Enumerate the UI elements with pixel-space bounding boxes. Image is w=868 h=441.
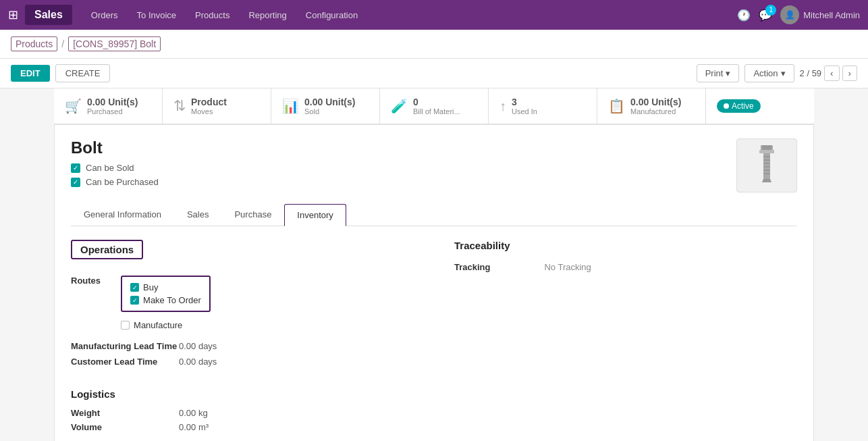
breadcrumb-parent[interactable]: Products bbox=[11, 36, 57, 51]
customer-lead-time-row: Customer Lead Time 0.00 days bbox=[71, 357, 414, 367]
checkmark-icon2: ✓ bbox=[73, 178, 78, 186]
messages-icon[interactable]: 💬 1 bbox=[759, 9, 772, 22]
buy-checkbox[interactable]: ✓ bbox=[130, 283, 139, 292]
route-manufacture: Manufacture bbox=[121, 320, 211, 330]
checkmark-icon: ✓ bbox=[73, 164, 78, 172]
active-badge: Active bbox=[717, 99, 761, 113]
sold-icon: 📊 bbox=[282, 98, 299, 114]
volume-row: Volume 0.00 m³ bbox=[71, 422, 414, 432]
stat-purchased[interactable]: 🛒 0.00 Unit(s) Purchased bbox=[54, 88, 163, 124]
route-make-to-order-label: Make To Order bbox=[143, 295, 201, 305]
stat-product-moves-value: Product bbox=[191, 97, 227, 107]
stat-bom[interactable]: 🧪 0 Bill of Materi... bbox=[380, 88, 489, 124]
stat-used-in-label: Used In bbox=[512, 107, 537, 115]
grid-icon[interactable]: ⊞ bbox=[8, 7, 18, 22]
print-button[interactable]: Print ▾ bbox=[697, 64, 740, 82]
action-button[interactable]: Action ▾ bbox=[744, 64, 794, 82]
nav-to-invoice[interactable]: To Invoice bbox=[129, 6, 185, 24]
user-menu[interactable]: 👤 Mitchell Admin bbox=[780, 5, 860, 24]
volume-label: Volume bbox=[71, 422, 179, 432]
customer-lead-time-label: Customer Lead Time bbox=[71, 357, 179, 367]
message-badge: 1 bbox=[765, 5, 776, 16]
product-header: Bolt ✓ Can be Sold ✓ Can be Purchased bbox=[71, 138, 797, 192]
active-dot bbox=[724, 103, 729, 109]
lead-times: Manufacturing Lead Time 0.00 days Custom… bbox=[71, 341, 414, 367]
stat-purchased-value: 0.00 Unit(s) bbox=[87, 97, 138, 107]
routes-label-col: Routes bbox=[71, 276, 101, 330]
routes-col: ✓ Buy ✓ Make To Order Man bbox=[121, 276, 211, 330]
topbar-right: 🕐 💬 1 👤 Mitchell Admin bbox=[737, 5, 860, 24]
topbar: ⊞ Sales Orders To Invoice Products Repor… bbox=[0, 0, 868, 30]
tab-general-information[interactable]: General Information bbox=[71, 203, 174, 226]
nav-products[interactable]: Products bbox=[187, 6, 238, 24]
tracking-label: Tracking bbox=[454, 262, 490, 272]
mfg-lead-time-label: Manufacturing Lead Time bbox=[71, 341, 179, 351]
stat-product-moves[interactable]: ⇅ Product Moves bbox=[163, 88, 271, 124]
stat-manufactured-value: 0.00 Unit(s) bbox=[630, 97, 681, 107]
mfg-lead-time-value: 0.00 days bbox=[179, 341, 217, 351]
buy-check-icon: ✓ bbox=[132, 284, 138, 291]
user-name: Mitchell Admin bbox=[803, 10, 860, 20]
cart-icon: 🛒 bbox=[65, 98, 82, 114]
tracking-row: Tracking No Tracking bbox=[454, 262, 797, 272]
stat-used-in-value: 3 bbox=[512, 97, 537, 107]
can-be-purchased-checkbox[interactable]: ✓ bbox=[71, 178, 80, 187]
weight-value: 0.00 kg bbox=[179, 408, 208, 418]
manufacture-checkbox[interactable] bbox=[121, 321, 130, 330]
pagination-info: 2 / 59 bbox=[800, 68, 822, 78]
breadcrumb: Products / [CONS_89957] Bolt bbox=[0, 30, 868, 59]
operations-title: Operations bbox=[71, 240, 143, 259]
nav-configuration[interactable]: Configuration bbox=[298, 6, 366, 24]
logistics-section: Logistics Weight 0.00 kg Volume 0.00 m³ bbox=[71, 388, 414, 432]
routes-group: ✓ Buy ✓ Make To Order bbox=[121, 276, 211, 312]
stat-sold[interactable]: 📊 0.00 Unit(s) Sold bbox=[271, 88, 380, 124]
traceability-section: Traceability Tracking No Tracking bbox=[454, 240, 797, 436]
make-to-order-checkbox[interactable]: ✓ bbox=[130, 296, 139, 305]
traceability-title: Traceability bbox=[454, 240, 797, 251]
tab-inventory[interactable]: Inventory bbox=[284, 204, 346, 226]
nav-orders[interactable]: Orders bbox=[83, 6, 126, 24]
svg-marker-10 bbox=[762, 179, 771, 182]
weight-label: Weight bbox=[71, 408, 179, 418]
stat-sold-label: Sold bbox=[304, 107, 355, 115]
clock-icon[interactable]: 🕐 bbox=[737, 9, 751, 22]
breadcrumb-current: [CONS_89957] Bolt bbox=[68, 36, 161, 51]
route-buy-label: Buy bbox=[143, 282, 158, 292]
stat-purchased-label: Purchased bbox=[87, 107, 138, 115]
stat-bom-label: Bill of Materi... bbox=[413, 107, 460, 115]
can-be-sold-row: ✓ Can be Sold bbox=[71, 163, 159, 173]
operations-body: Routes ✓ Buy ✓ bbox=[71, 276, 414, 330]
nav-reporting[interactable]: Reporting bbox=[240, 6, 294, 24]
product-name: Bolt bbox=[71, 138, 159, 157]
next-page-button[interactable]: › bbox=[842, 66, 857, 81]
product-image bbox=[736, 138, 797, 192]
app-name[interactable]: Sales bbox=[25, 5, 72, 25]
route-manufacture-label: Manufacture bbox=[134, 320, 182, 330]
routes-label: Routes bbox=[71, 276, 101, 286]
stat-active[interactable]: Active bbox=[706, 88, 814, 124]
stat-bom-value: 0 bbox=[413, 97, 460, 107]
svg-rect-2 bbox=[759, 150, 774, 153]
active-label: Active bbox=[732, 101, 754, 111]
top-nav: Orders To Invoice Products Reporting Con… bbox=[83, 6, 737, 24]
bom-icon: 🧪 bbox=[391, 98, 408, 114]
avatar: 👤 bbox=[780, 5, 799, 24]
prev-page-button[interactable]: ‹ bbox=[824, 66, 839, 81]
edit-button[interactable]: EDIT bbox=[11, 65, 50, 82]
can-be-purchased-row: ✓ Can be Purchased bbox=[71, 177, 159, 187]
tracking-value: No Tracking bbox=[544, 262, 591, 272]
mfg-lead-time-row: Manufacturing Lead Time 0.00 days bbox=[71, 341, 414, 351]
can-be-sold-checkbox[interactable]: ✓ bbox=[71, 163, 80, 173]
stat-used-in[interactable]: ↑ 3 Used In bbox=[489, 88, 597, 124]
stat-manufactured[interactable]: 📋 0.00 Unit(s) Manufactured bbox=[597, 88, 706, 124]
action-dropdown-icon: ▾ bbox=[781, 68, 786, 78]
create-button[interactable]: CREATE bbox=[55, 64, 111, 82]
tab-sales[interactable]: Sales bbox=[174, 203, 222, 226]
operations-section: Operations Routes ✓ Buy bbox=[71, 240, 414, 436]
tab-purchase[interactable]: Purchase bbox=[221, 203, 284, 226]
svg-rect-1 bbox=[762, 145, 771, 151]
stat-sold-value: 0.00 Unit(s) bbox=[304, 97, 355, 107]
moves-icon: ⇅ bbox=[173, 97, 186, 115]
stats-bar: 🛒 0.00 Unit(s) Purchased ⇅ Product Moves… bbox=[54, 88, 814, 125]
volume-value: 0.00 m³ bbox=[179, 422, 209, 432]
